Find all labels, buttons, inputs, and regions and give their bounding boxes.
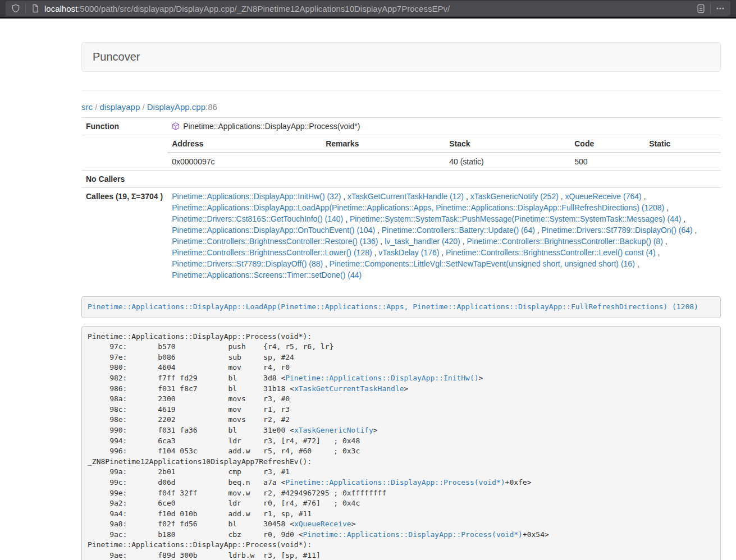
- callee-separator: ,: [378, 237, 385, 246]
- toolbar-separator: [25, 3, 26, 13]
- callee-separator: ,: [535, 226, 542, 235]
- breadcrumb-separator: /: [93, 102, 100, 112]
- callee-separator: ,: [656, 248, 660, 257]
- no-callers-label: No Callers: [81, 171, 167, 188]
- callee-link[interactable]: Pinetime::Controllers::BrightnessControl…: [172, 248, 372, 257]
- tracking-protection-shield-icon[interactable]: [10, 3, 21, 14]
- callee-link[interactable]: Pinetime::Drivers::St7789::DisplayOn() (…: [542, 226, 693, 235]
- column-header: Code: [570, 135, 644, 153]
- callee-link[interactable]: Pinetime::Applications::DisplayApp::OnTo…: [172, 226, 375, 235]
- loadapp-snippet-box: Pinetime::Applications::DisplayApp::Load…: [81, 296, 721, 318]
- asm-symbol-link[interactable]: xQueueReceive: [294, 520, 351, 528]
- column-header: Address: [167, 135, 321, 153]
- callee-separator: ,: [681, 214, 685, 223]
- breadcrumb-link[interactable]: src: [81, 102, 93, 112]
- no-callers-row: No Callers: [81, 171, 721, 188]
- function-name: Pinetime::Applications::DisplayApp::Proc…: [183, 122, 360, 131]
- function-name-cell: Pinetime::Applications::DisplayApp::Proc…: [167, 118, 721, 135]
- page-actions-menu-icon[interactable]: [715, 3, 726, 14]
- breadcrumb-link[interactable]: DisplayApp.cpp: [147, 102, 205, 112]
- callee-separator: ,: [663, 237, 668, 246]
- no-callers-cell: [167, 171, 721, 188]
- callee-link[interactable]: xTaskGenericNotify (252): [470, 192, 559, 201]
- callees-list: Pinetime::Applications::DisplayApp::Init…: [167, 188, 721, 284]
- callee-link[interactable]: Pinetime::Controllers::BrightnessControl…: [172, 237, 378, 246]
- callees-row: Callees (19, Σ=3704 ) Pinetime::Applicat…: [81, 188, 721, 284]
- url-text[interactable]: localhost:5000/path/src/displayapp/Displ…: [44, 4, 695, 13]
- function-details-row: AddressRemarksStackCodeStatic 0x0000097c…: [81, 135, 721, 171]
- callee-separator: ,: [642, 192, 646, 201]
- breadcrumb: src / displayapp / DisplayApp.cpp:86: [81, 102, 721, 113]
- function-row: Function Pinetime::Applications::Display…: [81, 118, 721, 135]
- value-cell: [644, 153, 721, 170]
- page-info-icon[interactable]: [30, 3, 41, 14]
- function-details-table: AddressRemarksStackCodeStatic 0x0000097c…: [167, 135, 721, 170]
- details-value-row: 0x0000097c40 (static)500: [167, 153, 721, 170]
- column-header: Stack: [445, 135, 570, 153]
- asm-symbol-link[interactable]: xTaskGenericNotify: [294, 426, 373, 434]
- value-cell: 500: [570, 153, 644, 170]
- asm-symbol-link[interactable]: Pinetime::Applications::DisplayApp::Proc…: [285, 478, 505, 486]
- callees-label: Callees (19, Σ=3704 ): [81, 188, 167, 284]
- callee-separator: ,: [664, 203, 669, 212]
- symbol-cube-icon: [172, 122, 180, 130]
- page-title: Puncover: [93, 51, 710, 63]
- loadapp-link[interactable]: Pinetime::Applications::DisplayApp::Load…: [88, 302, 698, 311]
- browser-toolbar: localhost:5000/path/src/displayapp/Displ…: [0, 0, 736, 19]
- page-content: Puncover src / displayapp / DisplayApp.c…: [81, 42, 721, 560]
- breadcrumb-line-number: :86: [205, 102, 217, 112]
- callee-link[interactable]: Pinetime::Controllers::Battery::Update()…: [382, 226, 535, 235]
- function-row-label: Function: [81, 118, 167, 135]
- app-header-panel: Puncover: [81, 42, 721, 72]
- callee-link[interactable]: Pinetime::Applications::Screens::Timer::…: [172, 270, 362, 279]
- url-host: localhost: [44, 4, 77, 13]
- function-table: Function Pinetime::Applications::Display…: [81, 117, 721, 283]
- callee-separator: ,: [341, 192, 348, 201]
- asm-symbol-link[interactable]: xTaskGetCurrentTaskHandle: [294, 384, 404, 393]
- callee-separator: ,: [375, 226, 382, 235]
- callee-separator: ,: [372, 248, 379, 257]
- callee-link[interactable]: Pinetime::Drivers::St7789::DisplayOff() …: [172, 259, 323, 268]
- details-header-row: AddressRemarksStackCodeStatic: [167, 135, 721, 153]
- callee-link[interactable]: vTaskDelay (176): [378, 248, 439, 257]
- asm-symbol-link[interactable]: Pinetime::Applications::DisplayApp::Init…: [285, 374, 478, 382]
- empty-row-label: [81, 135, 167, 171]
- callee-link[interactable]: Pinetime::System::SystemTask::PushMessag…: [350, 214, 682, 223]
- callee-separator: ,: [343, 214, 350, 223]
- breadcrumb-link[interactable]: displayapp: [100, 102, 140, 112]
- divider: [81, 90, 721, 90]
- callee-link[interactable]: Pinetime::Applications::DisplayApp::Init…: [172, 192, 341, 201]
- address-bar[interactable]: localhost:5000/path/src/displayapp/Displ…: [6, 1, 730, 16]
- value-cell: 40 (static): [445, 153, 570, 170]
- disassembly-listing: Pinetime::Applications::DisplayApp::Proc…: [81, 326, 721, 560]
- callee-separator: ,: [439, 248, 446, 257]
- column-header: Remarks: [321, 135, 445, 153]
- callee-separator: ,: [460, 237, 467, 246]
- column-header: Static: [644, 135, 721, 153]
- callee-link[interactable]: lv_task_handler (420): [385, 237, 460, 246]
- callee-separator: ,: [464, 192, 470, 201]
- value-cell: 0x0000097c: [167, 153, 321, 170]
- callee-separator: ,: [323, 259, 330, 268]
- url-path: :5000/path/src/displayapp/DisplayApp.cpp…: [77, 4, 450, 13]
- breadcrumb-separator: /: [140, 102, 147, 112]
- asm-symbol-link[interactable]: Pinetime::Applications::DisplayApp::Proc…: [303, 530, 523, 539]
- callee-link[interactable]: xTaskGetCurrentTaskHandle (12): [348, 192, 464, 201]
- callee-link[interactable]: Pinetime::Components::LittleVgl::SetNewT…: [330, 259, 635, 268]
- callee-link[interactable]: Pinetime::Controllers::BrightnessControl…: [467, 237, 662, 246]
- value-cell: [321, 153, 445, 170]
- callee-link[interactable]: Pinetime::Applications::DisplayApp::Load…: [172, 203, 664, 212]
- callee-link[interactable]: Pinetime::Drivers::Cst816S::GetTouchInfo…: [172, 214, 343, 223]
- reader-mode-icon[interactable]: [695, 3, 706, 14]
- callee-link[interactable]: Pinetime::Controllers::BrightnessControl…: [446, 248, 655, 257]
- function-details-cell: AddressRemarksStackCodeStatic 0x0000097c…: [167, 135, 721, 171]
- toolbar-separator: [710, 2, 711, 15]
- callee-separator: ,: [693, 226, 697, 235]
- callee-separator: ,: [635, 259, 639, 268]
- callee-separator: ,: [559, 192, 565, 201]
- callee-link[interactable]: xQueueReceive (764): [565, 192, 642, 201]
